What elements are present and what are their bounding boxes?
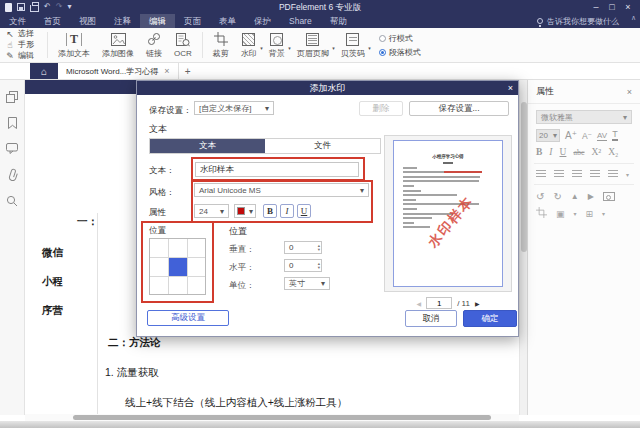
line-mode-radio[interactable]: 行模式 [379,33,421,44]
edit-tool[interactable]: ✎ 编辑 [5,51,43,61]
delete-button[interactable]: 删除 [359,101,403,116]
bold-button[interactable]: B [536,147,542,157]
crop-image-icon[interactable] [536,207,547,220]
font-family-select[interactable]: 微软雅黑 ▾ [536,110,632,124]
bates-dropdown-icon[interactable]: ▾ [368,45,371,51]
horizontal-scrollbar-thumb[interactable] [73,415,491,420]
align-left-icon[interactable] [536,170,546,178]
superscript-button[interactable]: X² [592,147,602,157]
list-icon[interactable] [608,170,618,178]
add-image-button[interactable]: 添加图像 [96,28,140,62]
vertical-scrollbar[interactable] [519,80,527,415]
close-panel-icon[interactable]: × [627,87,632,97]
close-tab-icon[interactable]: × [164,66,169,76]
ocr-button[interactable]: OCR [168,28,198,62]
flip-horizontal-icon[interactable]: ▶ [588,192,594,201]
close-dialog-icon[interactable]: × [508,81,513,95]
bookmarks-icon[interactable] [6,116,19,129]
document-tab[interactable]: Microsoft Word...学习心得 × [58,63,179,79]
ok-button[interactable]: 确定 [463,310,517,327]
subscript-button[interactable]: X₂ [608,147,618,157]
link-button[interactable]: 链接 [140,28,168,62]
background-button[interactable]: 背景 ▾ [263,28,291,62]
print-icon[interactable] [30,5,39,12]
menu-help[interactable]: 帮助 [321,14,356,28]
add-text-button[interactable]: T 添加文本 [52,28,96,62]
step-down-icon[interactable]: ▾ [318,266,320,270]
horizontal-scrollbar[interactable] [25,414,519,421]
unit-select[interactable]: 英寸 ▾ [284,277,330,290]
underline-button[interactable]: U [297,204,311,218]
hand-tool[interactable]: ☝ 手形 [5,40,43,50]
attachments-icon[interactable] [6,168,19,181]
align-right-icon[interactable] [572,170,582,178]
font-size-select[interactable]: 20 ▾ [536,129,560,142]
bold-button[interactable]: B [263,204,277,218]
collapse-ribbon-icon[interactable]: ∧ [627,14,640,28]
align-center-icon[interactable] [554,170,564,178]
maximize-button[interactable]: □ [605,0,619,14]
menu-file[interactable]: 文件 [0,14,35,28]
next-page-icon[interactable]: ▶ [475,300,480,307]
kerning-icon[interactable]: AV [597,131,607,141]
underline-button[interactable]: U [560,147,567,157]
strikethrough-button[interactable]: abc [573,148,584,157]
save-icon[interactable] [17,3,25,11]
vertical-stepper[interactable]: 0 ▴▾ [284,241,322,254]
menu-edit[interactable]: 编辑 [140,14,175,28]
font-style-select[interactable]: Arial Unicode MS ▾ [194,183,369,197]
redo-icon[interactable]: ↷ [56,3,63,11]
menu-protect[interactable]: 保护 [245,14,280,28]
watermark-text-input[interactable] [195,162,359,177]
home-tab-button[interactable]: ⌂ [30,63,58,79]
tab-file[interactable]: 文件 [265,139,380,153]
add-image-label: 添加图像 [102,48,134,59]
menu-form[interactable]: 表单 [210,14,245,28]
tab-text[interactable]: 文本 [150,139,265,153]
step-down-icon[interactable]: ▾ [318,248,320,252]
select-tool[interactable]: ↖ 选择 [5,29,43,39]
tell-me-box[interactable]: 告诉我你想要做什么 [537,14,627,28]
search-icon[interactable] [6,194,19,207]
rotate-right-icon[interactable]: ↻ [553,191,561,202]
horizontal-stepper[interactable]: 0 ▴▾ [284,259,322,272]
undo-icon[interactable]: ↶ [44,3,51,11]
font-color-icon[interactable]: T [612,130,618,141]
menu-page[interactable]: 页面 [175,14,210,28]
previous-page-icon[interactable]: ◀ [417,300,422,307]
cancel-button[interactable]: 取消 [405,310,457,327]
minimize-button[interactable]: – [589,0,603,14]
menu-share[interactable]: Share [280,14,321,28]
replace-image-icon[interactable] [603,192,615,201]
italic-button[interactable]: I [549,147,552,157]
font-color-select[interactable]: ▾ [234,204,256,218]
menu-home[interactable]: 首页 [35,14,70,28]
font-size-select[interactable]: 24 ▾ [194,204,229,218]
save-settings-select[interactable]: [自定义未保存] ▾ [194,101,274,115]
quickbar-dropdown-icon[interactable]: ▾ [67,3,71,11]
arrange-icon[interactable]: ▣ [556,209,565,219]
decrease-font-icon[interactable]: A⁻ [582,131,592,141]
save-settings-button[interactable]: 保存设置... [409,101,509,116]
align-justify-icon[interactable] [590,170,600,178]
position-grid-selected-cell[interactable] [169,258,187,276]
new-tab-button[interactable]: + [179,63,197,79]
crop-button[interactable]: 裁剪 [207,28,235,62]
advanced-settings-button[interactable]: 高级设置 [147,310,229,326]
flip-vertical-icon[interactable]: ▲ [571,192,579,201]
menu-comment[interactable]: 注释 [105,14,140,28]
bates-button[interactable]: 贝茨码 ▾ [335,28,371,62]
rotate-left-icon[interactable]: ↺ [536,191,544,202]
increase-font-icon[interactable]: A⁺ [565,130,577,141]
paragraph-mode-radio[interactable]: 段落模式 [379,47,421,58]
menu-view[interactable]: 视图 [70,14,105,28]
page-thumbnails-icon[interactable] [6,90,19,103]
header-footer-button[interactable]: 页眉页脚 ▾ [291,28,335,62]
close-window-button[interactable]: × [621,0,635,14]
italic-button[interactable]: I [280,204,294,218]
position-grid[interactable] [149,238,206,295]
watermark-button[interactable]: 水印 ▾ [235,28,263,62]
comments-icon[interactable] [6,142,19,155]
preview-page-input[interactable] [426,297,452,309]
group-icon[interactable]: ⊞ [586,209,594,219]
